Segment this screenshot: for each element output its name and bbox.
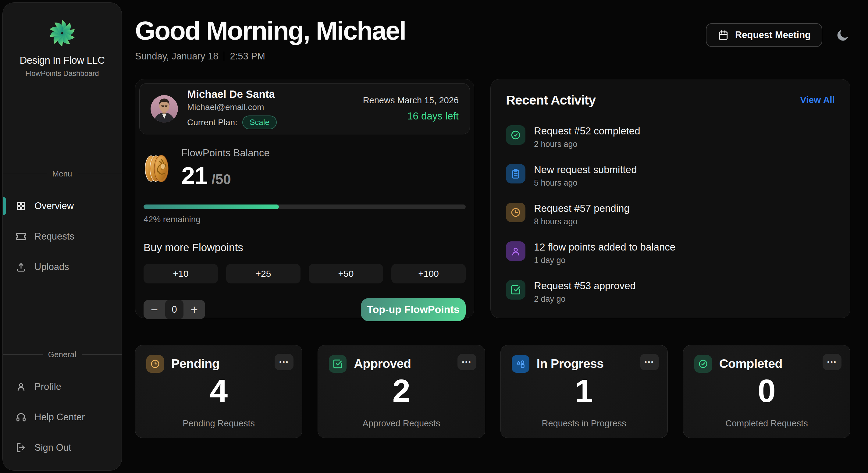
balance-total: /50	[212, 171, 231, 187]
plan-label: Current Plan:	[187, 118, 238, 127]
remaining-label: 42% remaining	[144, 215, 466, 224]
header-controls: Request Meeting	[706, 23, 850, 47]
request-meeting-button[interactable]: Request Meeting	[706, 23, 822, 47]
sidebar-item-profile[interactable]: Profile	[3, 376, 122, 398]
days-left-label: 16 days left	[363, 110, 459, 122]
sidebar-item-label: Requests	[34, 231, 74, 242]
plan-badge: Scale	[242, 116, 277, 129]
general-section-label: General	[3, 350, 122, 359]
user-email: Michael@email.com	[187, 102, 277, 112]
add-100-button[interactable]: +100	[391, 264, 466, 283]
sidebar-item-overview[interactable]: Overview	[3, 195, 122, 217]
page-header: Good Morning, Michael Sunday, January 18…	[135, 17, 850, 62]
balance-label: FlowPoints Balance	[181, 147, 270, 159]
menu-section: Menu Overview Requests Uploads	[3, 169, 122, 278]
activity-item: Request #52 completed 2 hours ago	[506, 125, 835, 149]
logo-block: Design In Flow LLC FlowPoints Dashboard	[3, 3, 122, 92]
time-label: 2:53 PM	[230, 51, 265, 62]
more-options-button[interactable]: •••	[823, 354, 841, 370]
upload-icon	[16, 261, 27, 273]
user-icon	[16, 381, 27, 392]
more-options-button[interactable]: •••	[640, 354, 659, 370]
calendar-icon	[717, 29, 729, 41]
menu-section-label: Menu	[3, 169, 122, 179]
user-name: Michael De Santa	[187, 88, 277, 100]
active-indicator	[3, 197, 6, 215]
quantity-stepper: − 0 +	[144, 300, 205, 319]
balance-value: 21	[181, 162, 207, 190]
stat-card-completed: Completed ••• 0 Completed Requests	[683, 345, 850, 438]
stepper-value: 0	[165, 300, 184, 319]
user-icon	[506, 241, 525, 261]
avatar	[151, 95, 178, 123]
stat-value: 1	[512, 374, 656, 408]
sidebar-item-label: Profile	[34, 381, 61, 392]
menu-nav: Overview Requests Uploads	[3, 187, 122, 278]
sidebar-item-label: Uploads	[34, 261, 69, 273]
sidebar-item-requests[interactable]: Requests	[3, 225, 122, 248]
general-section: General Profile Help Center Sign Out	[3, 350, 122, 459]
clipboard-icon	[506, 164, 525, 184]
renewal-date: Renews March 15, 2026	[363, 95, 459, 105]
topup-button[interactable]: Top-up FlowPoints	[361, 298, 466, 321]
increment-button[interactable]: +	[184, 304, 205, 316]
recent-activity-card: Recent Activity View All Request #52 com…	[490, 79, 850, 318]
sidebar-item-label: Help Center	[34, 412, 85, 423]
stat-caption: Requests in Progress	[512, 418, 656, 429]
more-options-button[interactable]: •••	[458, 354, 476, 370]
main-content: Good Morning, Michael Sunday, January 18…	[122, 0, 868, 473]
stat-title: Completed	[719, 356, 782, 371]
sidebar-item-sign-out[interactable]: Sign Out	[3, 437, 122, 459]
decrement-button[interactable]: −	[144, 304, 165, 316]
moon-icon	[836, 28, 850, 42]
activity-title: Recent Activity	[506, 93, 595, 107]
product-subtitle: FlowPoints Dashboard	[25, 69, 99, 78]
shapes-icon	[512, 355, 529, 373]
stat-title: Approved	[354, 356, 411, 371]
clock-icon	[146, 355, 164, 373]
quick-amounts: +10 +25 +50 +100	[144, 264, 466, 283]
stats-row: Pending ••• 4 Pending Requests Approved …	[135, 345, 850, 438]
stat-value: 0	[694, 374, 839, 408]
flowpoints-progress-fill	[144, 204, 279, 209]
stat-value: 4	[146, 374, 291, 408]
date-time-row: Sunday, January 18 2:53 PM	[135, 51, 406, 62]
flowpoints-card: Michael De Santa Michael@email.com Curre…	[135, 79, 474, 318]
stat-caption: Completed Requests	[694, 418, 839, 429]
theme-toggle-button[interactable]	[836, 28, 850, 42]
view-all-link[interactable]: View All	[800, 95, 835, 105]
stat-card-in-progress: In Progress ••• 1 Requests in Progress	[500, 345, 668, 438]
add-10-button[interactable]: +10	[144, 264, 218, 283]
page-title: Good Morning, Michael	[135, 17, 406, 45]
sidebar: Design In Flow LLC FlowPoints Dashboard …	[2, 2, 122, 471]
stat-title: In Progress	[537, 356, 604, 371]
activity-item: Request #53 approved 2 day go	[506, 280, 835, 304]
check-square-icon	[329, 355, 346, 373]
activity-item: 12 flow points added to balance 1 day go	[506, 241, 835, 265]
stat-title: Pending	[171, 356, 219, 371]
check-circle-icon	[694, 355, 712, 373]
sidebar-item-uploads[interactable]: Uploads	[3, 256, 122, 278]
add-25-button[interactable]: +25	[226, 264, 301, 283]
buy-more-label: Buy more Flowpoints	[144, 241, 466, 254]
check-square-icon	[506, 280, 525, 299]
profile-card: Michael De Santa Michael@email.com Curre…	[139, 83, 470, 134]
check-circle-icon	[506, 125, 525, 145]
more-options-button[interactable]: •••	[275, 354, 293, 370]
gold-coins-icon	[144, 153, 170, 184]
company-logo-icon	[45, 16, 79, 50]
activity-item: Request #57 pending 8 hours ago	[506, 203, 835, 226]
sidebar-item-help-center[interactable]: Help Center	[3, 406, 122, 428]
stat-value: 2	[329, 374, 474, 408]
flowpoints-progress-bar	[144, 204, 466, 209]
headset-icon	[16, 412, 27, 423]
stat-card-approved: Approved ••• 2 Approved Requests	[317, 345, 485, 438]
grid-icon	[16, 200, 27, 212]
divider	[224, 52, 224, 61]
company-name: Design In Flow LLC	[20, 55, 105, 66]
clock-icon	[506, 203, 525, 222]
sidebar-item-label: Sign Out	[34, 442, 71, 453]
add-50-button[interactable]: +50	[309, 264, 383, 283]
activity-list: Request #52 completed 2 hours ago New re…	[506, 125, 835, 304]
activity-item: New request submitted 5 hours ago	[506, 164, 835, 188]
